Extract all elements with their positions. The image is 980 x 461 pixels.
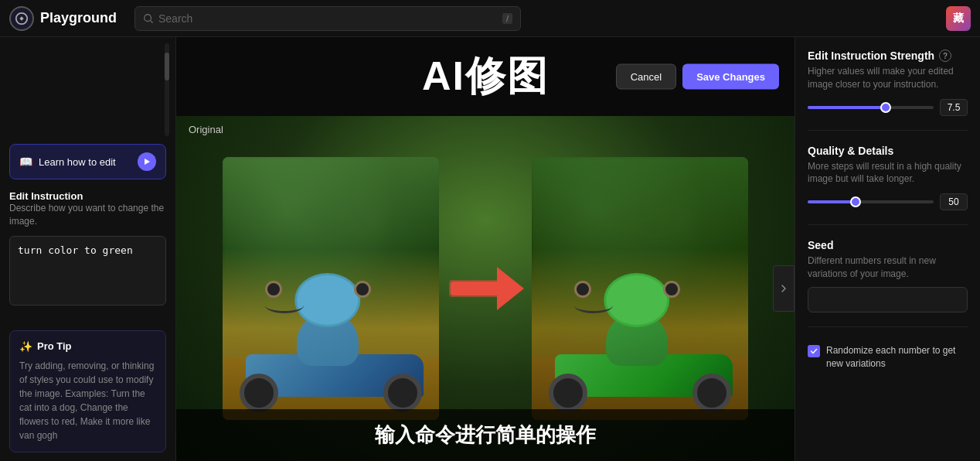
divider-1 [808,130,968,131]
center-actions: Cancel Save Changes [616,64,779,90]
top-nav: Playground / 藏 [0,0,980,37]
learn-how-to-edit-button[interactable]: 📖 Learn how to edit [9,144,166,179]
strength-title: Edit Instruction Strength [808,50,934,62]
quality-title: Quality & Details [808,145,893,157]
image-area: Original [176,116,795,461]
logo-text: Playground [40,10,117,26]
chevron-right-icon [779,284,788,293]
search-input[interactable] [158,12,498,25]
strength-slider-row: 7.5 [808,99,968,116]
strength-desc: Higher values will make your edited imag… [808,65,968,91]
center-header: AI修图 Cancel Save Changes [176,37,795,116]
cancel-button[interactable]: Cancel [616,64,676,90]
quality-slider-row: 50 [808,193,968,210]
strength-info-icon[interactable]: ? [939,50,951,62]
seed-desc: Different numbers result in new variatio… [808,254,968,281]
frog-right-image [532,157,748,420]
edit-instruction-section: Edit Instruction Describe how you want t… [9,187,166,228]
pro-tip-box: ✨ Pro Tip Try adding, removing, or think… [9,330,166,452]
strength-slider-fill [808,106,886,109]
caption-overlay: 输入命令进行简单的操作 [176,409,795,461]
strength-value: 7.5 [940,99,968,116]
scroll-right-button[interactable] [773,265,795,312]
star-icon: ✨ [19,340,32,353]
strength-slider-thumb[interactable] [880,102,891,113]
instruction-input[interactable]: turn color to green [9,236,166,306]
seed-section: Seed Different numbers result in new var… [808,239,968,312]
save-changes-button[interactable]: Save Changes [682,64,779,90]
search-bar[interactable]: / [134,6,521,31]
pro-tip-text: Try adding, removing, or thinking of sty… [19,359,156,442]
seed-title: Seed [808,239,833,251]
strength-section: Edit Instruction Strength ? Higher value… [808,50,968,116]
seed-input[interactable] [808,287,968,312]
divider-2 [808,224,968,225]
kbd-hint: / [502,13,512,24]
center-area: AI修图 Cancel Save Changes Original [176,37,795,461]
randomize-checkbox[interactable] [808,345,820,357]
quality-section: Quality & Details More steps will result… [808,145,968,211]
frog-left-image [223,157,439,420]
edit-instruction-title: Edit Instruction [9,190,166,202]
original-label: Original [189,124,223,135]
quality-slider-thumb[interactable] [850,196,861,207]
arrow-container [439,258,532,319]
caption-zh: 输入命令进行简单的操作 [375,423,596,446]
randomize-label: Randomize each number to get new variati… [826,344,968,371]
learn-label: Learn how to edit [39,156,116,168]
quality-slider-track[interactable] [808,200,934,203]
page-title: AI修图 [422,50,549,104]
edit-instruction-desc: Describe how you want to change the imag… [9,202,166,228]
divider-3 [808,326,968,327]
strength-slider-track[interactable] [808,106,934,109]
left-sidebar: 📖 Learn how to edit Edit Instruction Des… [0,37,176,461]
randomize-row: Randomize each number to get new variati… [808,344,968,371]
quality-slider-fill [808,200,856,203]
svg-marker-2 [145,159,150,165]
search-icon [143,13,154,24]
quality-desc: More steps will result in a high quality… [808,160,968,186]
avatar[interactable]: 藏 [946,6,971,31]
play-button[interactable] [138,152,156,171]
quality-value: 50 [940,193,968,210]
pro-tip-title: Pro Tip [37,340,72,352]
frog-scene: 输入命令进行简单的操作 [176,116,795,461]
book-icon: 📖 [19,155,32,168]
logo-icon [9,6,34,31]
right-sidebar: Edit Instruction Strength ? Higher value… [795,37,980,461]
logo-area: Playground [9,6,125,31]
main-layout: 📖 Learn how to edit Edit Instruction Des… [0,37,980,461]
